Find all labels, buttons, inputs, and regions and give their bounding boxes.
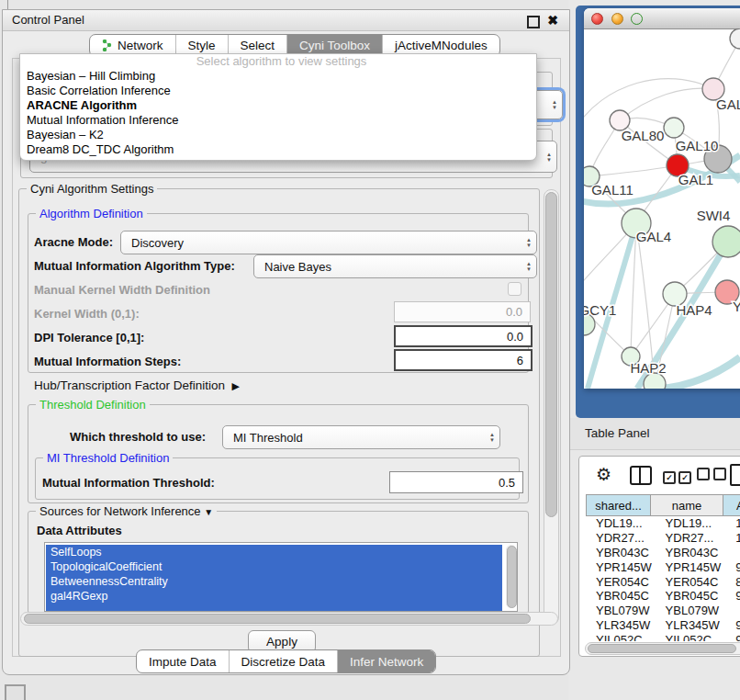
- stepper-icon: ▲▼: [552, 91, 557, 119]
- hub-definition-toggle[interactable]: Hub/Transcription Factor Definition ▶: [34, 378, 240, 392]
- columns-icon[interactable]: [630, 466, 652, 485]
- mi-threshold-definition-title: MI Threshold Definition: [43, 451, 173, 465]
- node-swi4[interactable]: [712, 226, 740, 257]
- table-row[interactable]: YLR345WYLR345W9.: [586, 618, 740, 633]
- zoom-traffic-light-icon[interactable]: [631, 13, 643, 25]
- label-gal-partial: GAL: [716, 96, 740, 112]
- label-gal80: GAL80: [622, 128, 665, 143]
- network-window-titlebar[interactable]: [584, 8, 740, 29]
- float-window-icon[interactable]: [527, 16, 540, 28]
- table-row[interactable]: YBR045CYBR045C9.: [586, 589, 740, 604]
- network-view-window: GAL80 GAL10 GAL1 GAL11 GAL4 SWI4 GCY1 HA…: [584, 8, 740, 389]
- gear-icon[interactable]: ⚙: [596, 464, 611, 485]
- tab-impute-data[interactable]: Impute Data: [137, 650, 229, 672]
- popup-item[interactable]: Bayesian – K2: [20, 128, 536, 142]
- kernel-width-label: Kernel Width (0,1):: [34, 307, 140, 321]
- node-partial-top[interactable]: [730, 28, 740, 49]
- table-header-row: shared... name A: [586, 494, 740, 516]
- stepper-icon: ▲▼: [489, 426, 495, 448]
- table-row[interactable]: YBL079WYBL079W: [586, 604, 740, 618]
- which-threshold-label: Which threshold to use:: [70, 430, 206, 444]
- list-item[interactable]: BetweennessCentrality: [46, 574, 502, 589]
- stepper-icon: ▲▼: [526, 231, 532, 254]
- column-header-shared[interactable]: shared...: [586, 494, 651, 516]
- popup-item[interactable]: Mutual Information Inference: [20, 113, 536, 128]
- control-panel-window: Control Panel ✖ Network Style Select Cyn…: [2, 9, 570, 675]
- column-header-clipped[interactable]: A: [723, 494, 740, 516]
- export-table-icon[interactable]: [730, 464, 740, 486]
- list-scrollbar-thumb[interactable]: [507, 546, 517, 608]
- settings-horizontal-scrollbar-thumb[interactable]: [24, 614, 531, 624]
- algorithm-dropdown-popup: Select algorithm to view settings Bayesi…: [19, 53, 537, 161]
- node-gal10[interactable]: [664, 118, 684, 138]
- algorithm-definition-title: Algorithm Definition: [36, 207, 147, 220]
- mi-steps-field[interactable]: 6: [394, 349, 533, 371]
- expanded-arrow-icon: ▼: [204, 507, 213, 517]
- table-panel-title: Table Panel: [585, 426, 650, 440]
- data-attributes-label: Data Attributes: [37, 524, 122, 537]
- table-row[interactable]: YDL19...YDL19...13: [586, 516, 740, 531]
- mi-threshold-label: Mutual Information Threshold:: [42, 476, 215, 490]
- label-gal1: GAL1: [678, 172, 713, 187]
- control-panel-titlebar[interactable]: Control Panel ✖: [3, 10, 569, 31]
- close-traffic-light-icon[interactable]: [591, 13, 603, 25]
- data-attributes-list[interactable]: SelfLoops TopologicalCoefficient Between…: [44, 542, 518, 612]
- table-horizontal-scrollbar-thumb[interactable]: [588, 644, 736, 653]
- settings-vertical-scrollbar-thumb[interactable]: [545, 192, 557, 517]
- popup-item[interactable]: Dream8 DC_TDC Algorithm: [20, 142, 536, 157]
- column-header-name[interactable]: name: [651, 494, 723, 516]
- label-y-partial: Y: [733, 299, 740, 314]
- table-row[interactable]: YDR27...YDR27...12: [586, 531, 740, 546]
- minimize-traffic-light-icon[interactable]: [611, 13, 623, 25]
- tab-infer-network[interactable]: Infer Network: [337, 650, 435, 672]
- settings-horizontal-scrollbar[interactable]: [20, 612, 558, 626]
- collapsed-arrow-icon: ▶: [232, 380, 240, 392]
- dpi-tolerance-field[interactable]: 0.0: [394, 325, 533, 347]
- aracne-mode-combo[interactable]: Discovery ▲▼: [120, 231, 537, 254]
- label-gal11: GAL11: [591, 182, 633, 198]
- table-row[interactable]: YER054CYER054C8.: [586, 574, 740, 589]
- tab-discretize-data[interactable]: Discretize Data: [229, 650, 338, 672]
- table-row[interactable]: YPR145WYPR145W9.: [586, 559, 740, 574]
- control-panel-title: Control Panel: [12, 13, 84, 27]
- stepper-icon: ▲▼: [526, 255, 532, 277]
- label-swi4: SWI4: [697, 208, 731, 223]
- popup-item[interactable]: Bayesian – Hill Climbing: [20, 69, 536, 84]
- list-item[interactable]: [46, 604, 502, 612]
- screen: GAL80 GAL10 GAL1 GAL11 GAL4 SWI4 GCY1 HA…: [0, 0, 740, 700]
- settings-vertical-scrollbar[interactable]: [544, 189, 559, 625]
- table-body: YDL19...YDL19...13 YDR27...YDR27...12 YB…: [586, 516, 740, 641]
- mi-type-combo[interactable]: Naive Bayes ▲▼: [253, 254, 537, 278]
- table-window: ⚙ ✓✓ shared... name A YDL19...YDL19...13…: [578, 456, 740, 657]
- network-icon: [102, 40, 113, 51]
- table-row[interactable]: YBR043CYBR043C: [586, 546, 740, 560]
- settings-group-title: Cyni Algorithm Settings: [27, 182, 157, 196]
- label-gal4: GAL4: [636, 229, 671, 244]
- list-item[interactable]: gal4RGexp: [46, 589, 502, 604]
- popup-item[interactable]: Basic Correlation Inference: [20, 84, 536, 98]
- network-canvas[interactable]: GAL80 GAL10 GAL1 GAL11 GAL4 SWI4 GCY1 HA…: [584, 28, 740, 389]
- which-threshold-combo[interactable]: MI Threshold ▲▼: [222, 425, 500, 449]
- list-item[interactable]: TopologicalCoefficient: [46, 559, 502, 574]
- popup-hint: Select algorithm to view settings: [20, 54, 536, 69]
- close-icon[interactable]: ✖: [547, 12, 558, 28]
- mi-type-label: Mutual Information Algorithm Type:: [34, 259, 235, 273]
- deselect-all-columns-icon[interactable]: [697, 468, 726, 484]
- threshold-definition-title: Threshold Definition: [36, 398, 150, 412]
- label-hap4: HAP4: [676, 302, 712, 318]
- mi-threshold-field[interactable]: 0.5: [389, 471, 523, 493]
- list-scrollbar[interactable]: [506, 545, 516, 608]
- table-horizontal-scrollbar[interactable]: [585, 642, 740, 655]
- table-row[interactable]: YIL052CYIL052C9: [586, 632, 740, 641]
- label-gcy1: GCY1: [584, 302, 616, 318]
- sources-group-title[interactable]: Sources for Network Inference ▼: [36, 504, 217, 518]
- select-all-columns-icon[interactable]: ✓✓: [663, 468, 691, 484]
- list-item[interactable]: SelfLoops: [46, 545, 502, 559]
- stepper-icon: ▲▼: [546, 141, 552, 172]
- dpi-tolerance-label: DPI Tolerance [0,1]:: [34, 331, 144, 344]
- label-gal10: GAL10: [676, 138, 719, 153]
- table-panel-header: Table Panel: [568, 418, 740, 450]
- manual-kernel-label: Manual Kernel Width Definition: [34, 283, 210, 297]
- popup-item-selected[interactable]: ARACNE Algorithm: [20, 98, 536, 113]
- collapsed-panel-button[interactable]: [5, 684, 26, 700]
